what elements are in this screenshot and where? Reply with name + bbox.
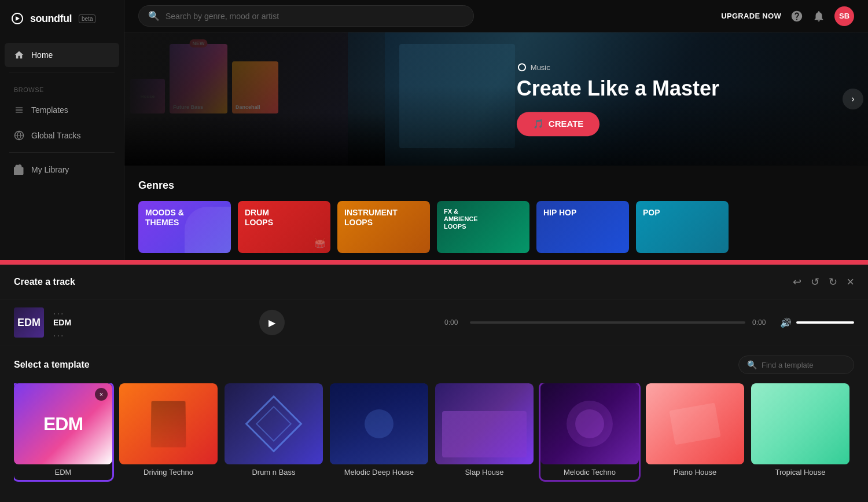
create-track-modal: Create a track ↩ ↺ ↻ × EDM ... EDM ... ▶… — [0, 265, 868, 502]
hero-music-text: Music — [531, 63, 550, 72]
genre-pop-label: POP — [643, 208, 660, 218]
edm-label-art: EDM — [43, 413, 83, 435]
home-icon — [14, 50, 24, 60]
play-button[interactable]: ▶ — [259, 310, 285, 335]
sidebar-item-home-label: Home — [31, 50, 53, 60]
hero-banner: House NEW Future Bass Dancehall ‹ › — [124, 32, 868, 166]
progress-area: 0:00 0:00 — [444, 318, 771, 327]
modal-controls: ↩ ↺ ↻ × — [793, 274, 854, 290]
template-header: Select a template 🔍 — [14, 356, 854, 374]
avatar[interactable]: SB — [834, 6, 854, 26]
volume-area: 🔊 — [780, 317, 854, 328]
sidebar-item-global-tracks[interactable]: Global Tracks — [5, 123, 119, 148]
beta-badge: beta — [79, 14, 95, 23]
app-name: soundful — [30, 13, 72, 25]
sidebar-item-my-library-label: My Library — [31, 165, 69, 174]
template-search-input[interactable] — [762, 361, 845, 369]
header: 🔍 UPGRADE NOW SB — [124, 0, 868, 32]
sidebar-logo: soundful beta — [0, 0, 124, 37]
help-icon[interactable] — [790, 10, 803, 23]
track-menu-dots[interactable]: ... — [53, 306, 100, 317]
volume-icon[interactable]: 🔊 — [780, 317, 792, 328]
global-tracks-icon — [14, 130, 24, 141]
volume-slider[interactable] — [796, 321, 854, 324]
genres-section: Genres Moods &Themes DRUMLOOPS 🥁 INSTRUM… — [124, 166, 868, 262]
back-button[interactable]: ↺ — [811, 276, 819, 288]
search-icon: 🔍 — [148, 10, 160, 21]
template-card-edm-label: EDM — [14, 464, 112, 480]
sidebar-item-home[interactable]: Home — [5, 43, 119, 67]
track-extra-dots[interactable]: ... — [53, 328, 100, 339]
template-card-melodic-deep-house-label: Melodic Deep House — [330, 464, 428, 480]
template-grid: EDM × EDM Driving Techno Drum n B — [14, 383, 854, 485]
genre-fx-label: FX &AMBIENCELOOPS — [444, 208, 478, 231]
library-icon — [14, 164, 24, 175]
genre-moods-label: Moods &Themes — [145, 208, 184, 228]
template-card-melodic-deep-house-image — [330, 383, 428, 464]
modal-title: Create a track — [14, 277, 75, 287]
waveform-icon: 🎵 — [533, 119, 544, 129]
hero-content: Music Create Like a Master 🎵 CREATE — [517, 62, 719, 136]
hero-create-button[interactable]: 🎵 CREATE — [517, 112, 600, 136]
templates-icon — [14, 105, 24, 115]
template-card-drum-n-bass[interactable]: Drum n Bass — [225, 383, 323, 480]
forward-button[interactable]: ↻ — [829, 276, 837, 288]
template-card-piano-house[interactable]: Piano House — [646, 383, 744, 480]
sidebar-item-my-library[interactable]: My Library — [5, 157, 119, 182]
template-card-driving-techno-image — [119, 383, 218, 464]
template-close-badge[interactable]: × — [95, 388, 108, 401]
genres-grid: Moods &Themes DRUMLOOPS 🥁 INSTRUMENTLOOP… — [138, 201, 854, 253]
template-card-drum-n-bass-image — [225, 383, 323, 464]
template-card-driving-techno[interactable]: Driving Techno — [119, 383, 218, 480]
template-card-tropical-house[interactable]: Tropical House — [751, 383, 849, 480]
search-input[interactable] — [165, 12, 464, 21]
time-start: 0:00 — [444, 318, 463, 327]
genre-instrument-label: INSTRUMENTLOOPS — [344, 208, 398, 228]
notification-icon[interactable] — [812, 10, 825, 23]
genre-card-fx[interactable]: FX &AMBIENCELOOPS — [437, 201, 529, 253]
time-end: 0:00 — [752, 318, 771, 327]
hero-left-albums: House NEW Future Bass Dancehall — [124, 32, 385, 166]
track-name: EDM — [53, 318, 100, 327]
sidebar-item-templates-label: Templates — [31, 105, 68, 115]
undo-button[interactable]: ↩ — [793, 276, 801, 288]
track-info: ... EDM ... — [53, 306, 100, 339]
player-area: EDM ... EDM ... ▶ 0:00 0:00 🔊 — [0, 299, 868, 346]
hero-music-label: Music — [517, 62, 719, 72]
modal-close-button[interactable]: × — [847, 274, 854, 290]
upgrade-button[interactable]: UPGRADE NOW — [721, 12, 781, 20]
template-card-piano-house-image — [646, 383, 744, 464]
hero-next-button[interactable]: › — [843, 89, 863, 109]
genre-card-moods[interactable]: Moods &Themes — [138, 201, 231, 253]
genre-hiphop-label: hip hop — [543, 208, 576, 218]
template-card-tropical-house-label: Tropical House — [751, 464, 849, 480]
sidebar-item-global-tracks-label: Global Tracks — [31, 131, 81, 140]
hero-create-btn-label: CREATE — [549, 119, 584, 129]
template-card-edm[interactable]: EDM × EDM — [14, 383, 112, 480]
search-bar[interactable]: 🔍 — [138, 5, 474, 27]
track-thumbnail: EDM — [14, 307, 44, 338]
template-section: Select a template 🔍 EDM × EDM Driving Te — [0, 346, 868, 485]
header-right: UPGRADE NOW SB — [721, 6, 854, 26]
template-card-melodic-techno[interactable]: Melodic Techno — [540, 383, 639, 480]
template-card-slap-house-image — [435, 383, 534, 464]
template-card-slap-house[interactable]: Slap House — [435, 383, 534, 480]
template-search-icon: 🔍 — [747, 360, 757, 369]
genre-card-pop[interactable]: POP — [636, 201, 729, 253]
template-card-driving-techno-label: Driving Techno — [119, 464, 218, 480]
sidebar-divider-2 — [9, 152, 115, 153]
genre-card-hiphop[interactable]: hip hop — [536, 201, 629, 253]
browse-label: Browse — [0, 77, 124, 97]
genres-title: Genres — [138, 179, 854, 192]
template-card-melodic-techno-label: Melodic Techno — [540, 464, 639, 480]
template-card-slap-house-label: Slap House — [435, 464, 534, 480]
template-search-bar[interactable]: 🔍 — [738, 356, 854, 374]
soundful-small-icon — [517, 62, 527, 72]
template-card-melodic-deep-house[interactable]: Melodic Deep House — [330, 383, 428, 480]
progress-bar[interactable] — [470, 321, 745, 324]
genre-card-instrument-loops[interactable]: INSTRUMENTLOOPS — [337, 201, 430, 253]
sidebar-item-templates[interactable]: Templates — [5, 98, 119, 122]
template-card-drum-n-bass-label: Drum n Bass — [225, 464, 323, 480]
modal-header: Create a track ↩ ↺ ↻ × — [0, 265, 868, 299]
genre-card-drum-loops[interactable]: DRUMLOOPS 🥁 — [238, 201, 330, 253]
